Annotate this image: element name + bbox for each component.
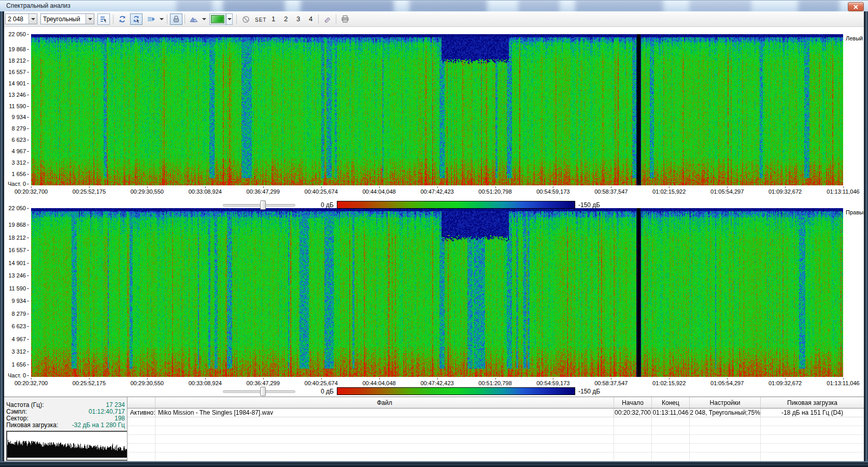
table-row-empty[interactable]	[127, 435, 864, 444]
title-bar[interactable]: Спектральный анализ	[0, 0, 868, 11]
glass-reflection	[223, 0, 285, 11]
clear-button[interactable]	[321, 13, 334, 25]
freq-tick-label: 19 868	[8, 222, 26, 228]
spectrogram-left-canvas[interactable]	[31, 34, 843, 185]
view-mode-dropdown[interactable]	[201, 13, 207, 25]
flow-mode-button[interactable]	[145, 13, 158, 25]
freq-tick-label: 9 934	[11, 298, 26, 304]
freq-zero-label: Част. 0	[8, 372, 26, 378]
db-range-slider-track-left[interactable]	[223, 204, 295, 207]
print-button[interactable]	[339, 13, 351, 25]
time-tick-label: 00:44:04,048	[362, 380, 395, 386]
empty-cell	[761, 426, 864, 435]
time-tick-label: 00:54:59,173	[536, 188, 570, 195]
preset-button-3[interactable]: 3	[296, 15, 300, 23]
empty-cell	[652, 435, 690, 444]
freq-tick-label: 1 656	[11, 171, 26, 177]
time-tick-label: 01:09:32,672	[769, 188, 802, 195]
table-row-empty[interactable]	[127, 426, 864, 435]
freq-tick-label: 11 590	[9, 103, 26, 109]
empty-cell	[614, 435, 652, 444]
db-range-slider-thumb-right[interactable]	[260, 387, 266, 396]
freq-tick-label: 3 312	[11, 159, 26, 166]
header-cell-start[interactable]: Начало	[614, 397, 652, 408]
preset-button-2[interactable]: 2	[284, 15, 288, 23]
window-frame-left	[0, 11, 4, 461]
empty-cell	[155, 453, 614, 461]
fft-size-select[interactable]: 2 048	[5, 13, 37, 24]
empty-cell	[690, 417, 761, 426]
close-button[interactable]	[848, 2, 864, 11]
db-range-slider-track-right[interactable]	[223, 390, 295, 393]
toolbar-separator	[184, 14, 185, 24]
fft-size-value: 2 048	[6, 16, 29, 23]
time-tick-label: 00:54:59,173	[536, 380, 570, 386]
status-row-sector: Сектор: 198	[4, 415, 126, 421]
toolbar-separator	[318, 14, 319, 24]
freq-tick-label: 16 557	[8, 69, 26, 75]
palette-dropdown[interactable]	[226, 13, 233, 25]
glass-reflection	[575, 0, 663, 11]
table-row-active[interactable]: Активно: Miko Mission - The Singles [198…	[127, 408, 864, 417]
glass-reflection	[301, 0, 394, 11]
time-tick-label: 00:33:08,924	[189, 188, 222, 195]
table-row-empty[interactable]	[127, 453, 864, 461]
header-cell-peak[interactable]: Пиковая загрузка	[761, 397, 864, 408]
view-mode-button[interactable]	[188, 13, 200, 25]
window-frame-right	[864, 11, 868, 461]
freq-tick-label: 22 050	[8, 205, 26, 211]
time-tick-label: 01:09:32,672	[769, 380, 802, 386]
color-scale-bar-right	[337, 387, 575, 395]
select-mode-button[interactable]	[97, 13, 110, 25]
chevron-down-icon	[29, 14, 37, 24]
glass-reflection	[798, 0, 839, 11]
header-cell-file[interactable]: Файл	[155, 397, 614, 408]
time-tick-label: 00:44:04,048	[362, 188, 395, 195]
color-scale-bar-left	[337, 201, 575, 209]
empty-cell	[614, 444, 652, 453]
toolbar-separator	[336, 14, 336, 24]
toolbar: 2 048 Треугольный	[4, 11, 864, 27]
left-channel-label: Левый	[846, 35, 863, 41]
area-chart-icon	[190, 15, 198, 23]
glass-reflection	[176, 0, 212, 11]
empty-cell	[761, 435, 864, 444]
empty-cell	[155, 426, 614, 435]
time-tick-label: 00:51:20,798	[478, 188, 511, 195]
header-cell-settings[interactable]: Настройки	[690, 397, 761, 408]
spectrogram-right-canvas[interactable]	[31, 208, 843, 377]
time-tick-label: 00:25:52,175	[73, 380, 106, 386]
refresh-button[interactable]	[116, 13, 129, 25]
disable-button[interactable]	[239, 13, 252, 25]
refresh-icon	[118, 15, 126, 23]
time-tick-label: 00:58:37,547	[594, 188, 628, 195]
window-function-select[interactable]: Треугольный	[40, 13, 94, 24]
time-tick-label: 00:51:20,798	[478, 380, 511, 386]
preset-button-4[interactable]: 4	[309, 15, 312, 23]
header-cell-end[interactable]: Конец	[652, 397, 690, 408]
chevron-down-icon	[86, 14, 94, 24]
lock-button[interactable]	[170, 13, 182, 25]
list-cursor-icon	[99, 15, 108, 23]
flow-mode-dropdown[interactable]	[158, 13, 165, 25]
file-table: Файл Начало Конец Настройки Пиковая загр…	[127, 397, 864, 461]
empty-cell	[690, 435, 761, 444]
auto-refresh-button[interactable]	[130, 13, 143, 25]
table-row-empty[interactable]	[127, 444, 864, 453]
status-row-peak: Пиковая загрузка: -32 дБ на 1 280 Гц	[4, 421, 126, 428]
spectral-analysis-window: Спектральный анализ 2 048 Треугольный	[0, 0, 868, 467]
freq-tick-label: 9 934	[11, 114, 26, 120]
empty-cell	[127, 417, 155, 426]
empty-cell	[690, 453, 761, 461]
start-cell: 00:20:32,700	[614, 408, 652, 417]
db-range-slider-thumb-left[interactable]	[260, 200, 266, 210]
glass-reflection	[689, 0, 751, 11]
freq-tick-label: 18 212	[8, 235, 26, 241]
scale-min-label: -150 дБ	[578, 201, 600, 209]
table-row-empty[interactable]	[127, 417, 864, 426]
preset-button-1[interactable]: 1	[272, 15, 275, 23]
peak-cell: -18 дБ на 151 Гц (D4)	[761, 408, 864, 417]
palette-button[interactable]	[209, 13, 226, 25]
empty-cell	[652, 444, 690, 453]
freq-tick-label: 8 279	[11, 125, 26, 132]
